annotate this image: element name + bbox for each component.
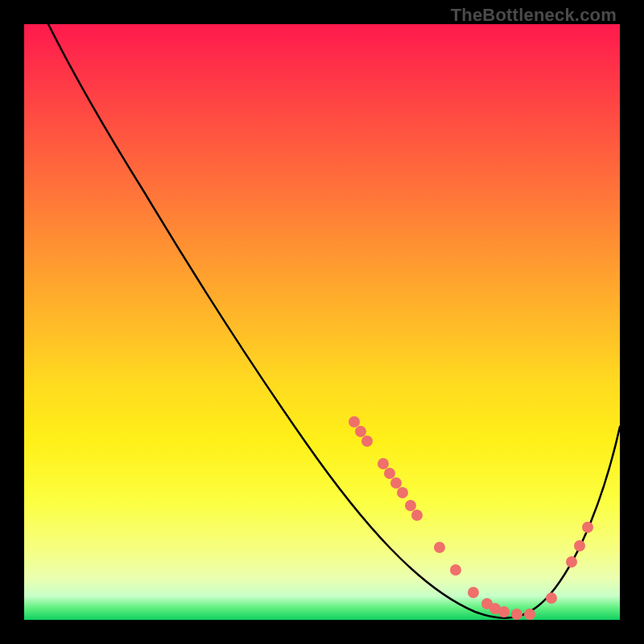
marker-dot [434,542,445,553]
bottleneck-curve-svg [24,24,620,620]
marker-dot [397,487,408,498]
marker-dot [574,540,585,551]
marker-dot [498,606,510,617]
marker-dot [361,436,373,447]
marker-dots-group [349,416,593,620]
bottleneck-curve-path [48,24,620,618]
marker-dot [450,564,461,576]
marker-dot [390,477,402,489]
chart-plot-area [24,24,620,620]
marker-dot [378,458,389,469]
marker-dot [546,592,557,604]
marker-dot [411,510,423,521]
marker-dot [468,587,479,598]
marker-dot [384,468,395,479]
marker-dot [566,556,577,568]
marker-dot [511,609,522,620]
marker-dot [355,426,366,437]
marker-dot [582,522,593,533]
marker-dot [349,416,360,427]
marker-dot [524,609,535,620]
watermark-text: TheBottleneck.com [451,5,617,26]
marker-dot [405,500,416,511]
